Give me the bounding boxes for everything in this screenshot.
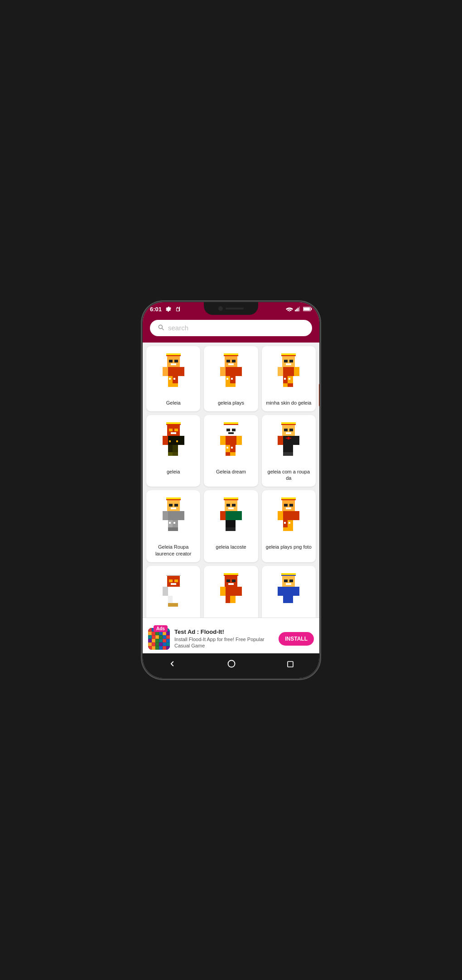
svg-point-177 [228, 660, 235, 667]
svg-rect-120 [236, 511, 242, 520]
skin-name-6: geleia com a roupa da [265, 468, 312, 482]
svg-rect-129 [289, 504, 293, 507]
back-button[interactable] [159, 658, 185, 672]
svg-rect-126 [281, 499, 296, 500]
skin-name-5: Geleia dream [216, 468, 246, 475]
svg-rect-27 [228, 363, 234, 365]
svg-rect-102 [171, 507, 176, 509]
skin-image-7 [158, 495, 189, 540]
skin-image-11 [215, 570, 247, 616]
svg-rect-160 [220, 587, 226, 596]
svg-rect-72 [228, 432, 234, 434]
svg-rect-34 [230, 383, 236, 387]
svg-rect-52 [166, 422, 181, 424]
skin-card-5[interactable]: Geleia dream [204, 415, 258, 487]
skin-card-12[interactable]: x [262, 566, 316, 618]
app-header: search [143, 315, 319, 343]
skin-card-10[interactable]: x [146, 566, 200, 618]
content-area[interactable]: Geleia [143, 343, 319, 618]
skin-image-3 [273, 351, 304, 396]
svg-rect-83 [281, 424, 296, 425]
time-display: 6:01 [150, 306, 162, 313]
svg-rect-25 [226, 360, 230, 362]
svg-rect-68 [224, 424, 238, 425]
skin-card-3[interactable]: minha skin do geleia [262, 346, 316, 411]
svg-rect-92 [288, 445, 293, 452]
svg-rect-38 [281, 355, 296, 356]
skin-card-8[interactable]: geleia lacoste [204, 490, 258, 562]
wifi-icon [286, 306, 293, 312]
recent-button[interactable] [278, 658, 303, 672]
skin-card-9[interactable]: geleia plays png foto [262, 490, 316, 562]
svg-rect-104 [163, 511, 168, 520]
svg-rect-91 [283, 445, 288, 452]
svg-rect-80 [226, 447, 228, 449]
svg-rect-23 [224, 355, 238, 356]
sim-icon [175, 306, 181, 312]
svg-rect-128 [284, 504, 288, 507]
svg-rect-59 [163, 436, 168, 445]
skin-card-6[interactable]: geleia com a roupa da [262, 415, 316, 487]
svg-rect-165 [281, 575, 296, 576]
svg-rect-163 [230, 596, 236, 603]
svg-rect-175 [283, 603, 288, 607]
install-button[interactable]: INSTALL [279, 632, 314, 646]
svg-rect-87 [286, 432, 291, 434]
svg-rect-55 [169, 429, 173, 431]
svg-rect-21 [173, 378, 175, 380]
svg-rect-86 [289, 429, 293, 431]
skin-name-7: Geleia Roupa laurence creator [150, 544, 197, 557]
svg-rect-40 [284, 360, 288, 362]
skin-image-9 [273, 495, 304, 540]
skin-image-6 [273, 420, 304, 465]
svg-rect-133 [294, 511, 299, 520]
svg-rect-53 [166, 424, 181, 425]
home-button[interactable] [218, 658, 245, 672]
svg-rect-2 [298, 308, 298, 311]
side-button [319, 384, 319, 406]
skin-card-1[interactable]: Geleia [146, 346, 200, 411]
svg-rect-103 [168, 511, 179, 520]
svg-rect-37 [281, 353, 296, 355]
svg-rect-169 [286, 583, 291, 585]
svg-rect-149 [168, 596, 173, 603]
skin-name-2: geleia plays [218, 400, 244, 406]
svg-rect-13 [168, 367, 179, 376]
svg-rect-96 [288, 437, 289, 439]
svg-rect-119 [220, 511, 226, 520]
svg-rect-60 [179, 436, 184, 445]
svg-rect-124 [230, 527, 236, 531]
svg-rect-112 [224, 497, 238, 499]
svg-rect-132 [278, 511, 283, 520]
svg-rect-73 [226, 436, 236, 445]
phone-frame: 6:01 [143, 302, 319, 678]
skin-card-2[interactable]: geleia plays [204, 346, 258, 411]
svg-rect-109 [173, 527, 178, 531]
svg-rect-57 [171, 432, 176, 434]
svg-rect-93 [283, 452, 288, 456]
skin-card-7[interactable]: Geleia Roupa laurence creator [146, 490, 200, 562]
skin-image-2 [215, 351, 247, 396]
svg-rect-173 [283, 596, 288, 603]
status-left: 6:01 [150, 306, 181, 313]
svg-rect-138 [284, 522, 286, 524]
skin-image-4 [158, 420, 189, 465]
search-placeholder: search [168, 324, 305, 332]
svg-rect-167 [284, 579, 288, 582]
svg-rect-5 [311, 308, 312, 310]
svg-rect-116 [232, 504, 236, 507]
skin-card-11[interactable]: x [204, 566, 258, 618]
svg-rect-26 [232, 360, 236, 362]
svg-rect-152 [173, 603, 178, 607]
svg-rect-45 [294, 367, 299, 376]
skin-card-4[interactable]: geleia [146, 415, 200, 487]
svg-rect-12 [171, 363, 176, 365]
svg-rect-141 [166, 575, 181, 576]
svg-rect-100 [169, 504, 173, 507]
svg-rect-101 [174, 504, 178, 507]
svg-rect-89 [278, 436, 283, 445]
search-bar[interactable]: search [150, 320, 312, 336]
svg-rect-115 [226, 504, 230, 507]
svg-rect-85 [284, 429, 288, 431]
svg-rect-48 [283, 383, 288, 387]
